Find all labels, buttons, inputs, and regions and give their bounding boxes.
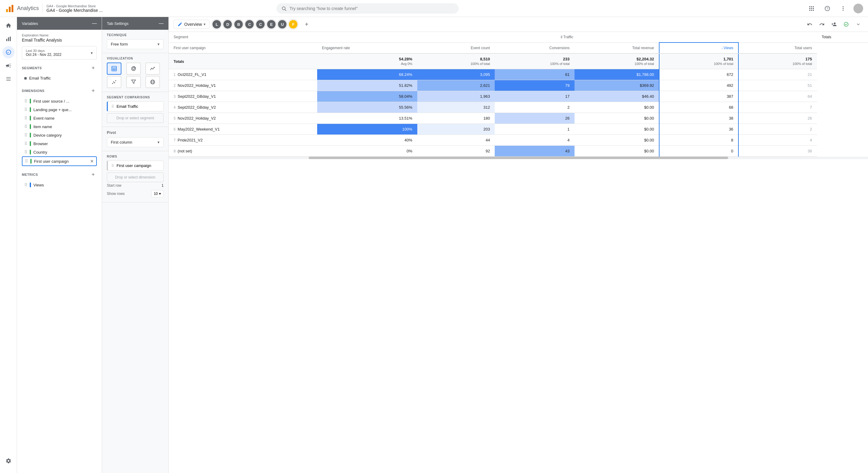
apps-icon-button[interactable]	[806, 3, 817, 14]
first-user-campaign-header[interactable]: First user campaign	[169, 42, 317, 53]
tab-settings-panel-minimize-button[interactable]: —	[159, 21, 163, 26]
views-header[interactable]: ↓Views	[659, 42, 738, 53]
user-bubble[interactable]: F	[288, 20, 298, 29]
viz-filter-button[interactable]	[126, 76, 141, 88]
dimension-color-bar	[30, 124, 31, 129]
table-row[interactable]: 3 Sept2022_GBday_V1 58.04% 1,963 17 $46.…	[169, 91, 868, 102]
event-count-header[interactable]: Event count	[417, 42, 495, 53]
drop-dimension-placeholder: Drop or select dimension	[115, 175, 155, 179]
overview-tab[interactable]: Overview ▾	[174, 20, 209, 29]
svg-rect-8	[809, 8, 810, 9]
table-row[interactable]: 1 Oct2022_FL_V1 68.24% 3,095 61 $1,788.0…	[169, 69, 868, 80]
rows-item[interactable]: ⠿ First user campaign	[107, 160, 163, 171]
table-row[interactable]: 7 Pride2021_V2 40% 44 4 $0.00 8 4	[169, 135, 868, 146]
start-row-line: Start row 1	[107, 182, 163, 189]
date-range-picker[interactable]: Last 30 days Oct 24 - Nov 22, 2022 ▾	[22, 46, 97, 60]
dimension-item[interactable]: ⠿Item name	[22, 122, 97, 131]
table-row[interactable]: 2 Nov2022_Holiday_V1 51.82% 2,621 79 $36…	[169, 80, 868, 91]
dimension-color-bar	[30, 99, 31, 104]
undo-button[interactable]	[805, 20, 814, 29]
table-row[interactable]: 8 (not set) 0% 92 43 $0.00 0 36	[169, 146, 868, 157]
chevron-down-button[interactable]	[854, 20, 863, 29]
search-bar[interactable]	[277, 3, 459, 14]
dimension-item[interactable]: ⠿Device category	[22, 131, 97, 139]
check-circle-button[interactable]	[841, 20, 851, 29]
viz-table-button[interactable]	[107, 63, 121, 75]
viz-donut-button[interactable]	[126, 63, 141, 75]
dimension-item[interactable]: ⠿Browser	[22, 139, 97, 148]
dimension-item[interactable]: ⠿Landing page + que...	[22, 105, 97, 114]
add-metric-button[interactable]: +	[90, 171, 97, 178]
engagement-rate-cell: 55.56%	[317, 102, 417, 113]
user-bubble[interactable]: U	[277, 20, 287, 29]
add-dimension-button[interactable]: +	[90, 87, 97, 94]
sidebar-explore-button[interactable]	[2, 46, 14, 58]
user-bubble[interactable]: D	[223, 20, 232, 29]
date-range-label: Last 30 days	[26, 49, 61, 53]
total-revenue-cell: $0.00	[575, 146, 659, 157]
start-row-label: Start row	[107, 183, 121, 188]
redo-icon	[819, 22, 825, 27]
search-input[interactable]	[289, 6, 454, 11]
horizontal-scrollbar[interactable]	[169, 157, 868, 159]
drop-segment-zone[interactable]: Drop or select segment	[107, 113, 163, 123]
user-bubble[interactable]: E	[267, 20, 276, 29]
user-bubble[interactable]: L	[212, 20, 222, 29]
segment-item[interactable]: Email Traffic	[22, 74, 97, 82]
table-row[interactable]: 6 May2022_Weekend_V1 100% 203 1 $0.00 36…	[169, 124, 868, 135]
engagement-rate-cell: 100%	[317, 124, 417, 135]
user-bubble[interactable]: C	[255, 20, 265, 29]
viz-scatter-button[interactable]	[107, 76, 121, 88]
sidebar-home-button[interactable]	[2, 20, 14, 32]
pivot-dropdown[interactable]: First column ▾	[107, 137, 163, 147]
segment-comparison-item[interactable]: ⠿ Email Traffic	[107, 101, 163, 111]
drop-dimension-zone[interactable]: Drop or select dimension	[107, 172, 163, 182]
add-user-button[interactable]	[829, 20, 839, 29]
metric-item[interactable]: ⠿Views	[22, 181, 97, 189]
add-tab-button[interactable]: +	[302, 20, 311, 29]
user-bubble[interactable]: B	[234, 20, 243, 29]
redo-button[interactable]	[817, 20, 827, 29]
total-users-header[interactable]: Total users	[738, 42, 817, 53]
sidebar-settings-button[interactable]	[2, 455, 14, 467]
total-revenue-header[interactable]: Total revenue	[575, 42, 659, 53]
more-vert-icon-button[interactable]	[838, 3, 848, 14]
sidebar-configure-button[interactable]	[2, 73, 14, 85]
dimension-item[interactable]: ⠿First user source / ...	[22, 97, 97, 105]
viz-line-button[interactable]	[145, 63, 160, 75]
sidebar-reports-button[interactable]	[2, 33, 14, 45]
help-icon-button[interactable]: ?	[822, 3, 833, 14]
dimension-item[interactable]: ⠿First user campaign✕	[22, 156, 97, 166]
main-content: Overview ▾ LDBCCEUF +	[169, 17, 868, 473]
user-avatar[interactable]	[854, 4, 863, 13]
svg-rect-20	[8, 37, 9, 41]
show-rows-label: Show rows	[107, 191, 125, 196]
scrollbar-thumb[interactable]	[309, 157, 728, 159]
close-icon[interactable]: ✕	[90, 159, 94, 164]
line-chart-icon	[150, 66, 156, 72]
svg-point-23	[8, 52, 9, 53]
conversions-cell: 2	[495, 102, 574, 113]
total-users-cell: 21	[738, 69, 817, 80]
show-rows-dropdown[interactable]: 10 ▾	[151, 190, 163, 197]
chevron-down-icon: ▾	[157, 42, 160, 47]
dimension-item[interactable]: ⠿Country	[22, 148, 97, 156]
table-row[interactable]: 5 Nov2022_Holiday_V2 13.51% 180 26 $0.00…	[169, 113, 868, 124]
viz-globe-button[interactable]	[145, 76, 160, 88]
engagement-rate-header[interactable]: Engagement rate	[317, 42, 417, 53]
svg-rect-13	[813, 10, 814, 11]
add-segment-button[interactable]: +	[90, 64, 97, 72]
table-row[interactable]: 4 Sept2022_GBday_V2 55.56% 312 2 $0.00 6…	[169, 102, 868, 113]
conversions-header[interactable]: Conversions	[495, 42, 574, 53]
sidebar-advertising-button[interactable]	[2, 60, 14, 72]
data-table-container[interactable]: Segment il Traffic Totals First user cam…	[169, 32, 868, 473]
user-bubble[interactable]: C	[245, 20, 254, 29]
conversions-cell: 26	[495, 113, 574, 124]
chevron-down-icon: ▾	[204, 22, 206, 26]
top-nav: Analytics GA4 - Google Merchandise Store…	[0, 0, 868, 17]
technique-dropdown[interactable]: Free form ▾	[107, 39, 163, 49]
dimension-item[interactable]: ⠿Event name	[22, 114, 97, 122]
app-logo[interactable]: Analytics	[5, 4, 39, 13]
views-cell: 8	[659, 135, 738, 146]
variables-panel-minimize-button[interactable]: —	[92, 21, 97, 26]
